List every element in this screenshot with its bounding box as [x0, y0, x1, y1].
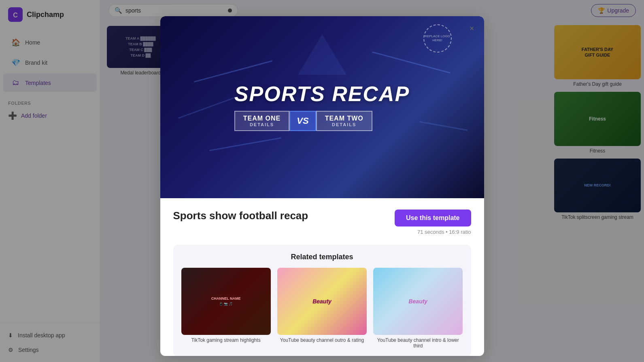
related-label-yt-beauty2: YouTube beauty channel intro & lower thi…: [373, 337, 463, 349]
team2-box: TEAM TWO DETAILS: [316, 111, 372, 131]
related-label-yt-beauty1: YouTube beauty channel outro & rating: [277, 337, 367, 343]
preview-vs-row: TEAM ONE DETAILS VS TEAM TWO DETAILS: [234, 111, 410, 131]
logo-placeholder: REPLACE LOGO HERE!: [423, 24, 452, 53]
related-label-tiktok-gaming: TikTok gaming stream highlights: [181, 337, 271, 343]
preview-main-content: SPORTS RECAP TEAM ONE DETAILS VS TEAM TW…: [234, 83, 410, 131]
related-grid: CHANNEL NAME 📱 📷 🎵 TikTok gaming stream …: [181, 268, 463, 349]
related-templates-section: Related templates CHANNEL NAME 📱 📷 🎵 Tik…: [173, 245, 471, 356]
related-card-yt-beauty1[interactable]: Beauty YouTube beauty channel outro & ra…: [277, 268, 367, 349]
template-detail-modal: × REPLACE LOGO HERE! SPORTS RECAP: [160, 16, 484, 356]
use-template-button[interactable]: Use this template: [395, 210, 471, 227]
modal-overlay: × REPLACE LOGO HERE! SPORTS RECAP: [0, 0, 644, 362]
related-title: Related templates: [181, 253, 463, 261]
related-card-tiktok-gaming[interactable]: CHANNEL NAME 📱 📷 🎵 TikTok gaming stream …: [181, 268, 271, 349]
modal-action-area: Use this template 71 seconds • 16:9 rati…: [395, 210, 471, 235]
team1-box: TEAM ONE DETAILS: [234, 111, 289, 131]
modal-meta: 71 seconds • 16:9 ratio: [417, 229, 471, 235]
modal-preview: REPLACE LOGO HERE! SPORTS RECAP TEAM ONE…: [160, 16, 484, 198]
modal-body: Sports show football recap Use this temp…: [160, 198, 484, 356]
modal-header-row: Sports show football recap Use this temp…: [173, 210, 471, 235]
modal-close-button[interactable]: ×: [465, 22, 478, 35]
modal-title: Sports show football recap: [173, 210, 308, 222]
preview-title: SPORTS RECAP: [234, 83, 410, 104]
vs-box: VS: [289, 111, 316, 131]
related-card-yt-beauty2[interactable]: Beauty YouTube beauty channel intro & lo…: [373, 268, 463, 349]
